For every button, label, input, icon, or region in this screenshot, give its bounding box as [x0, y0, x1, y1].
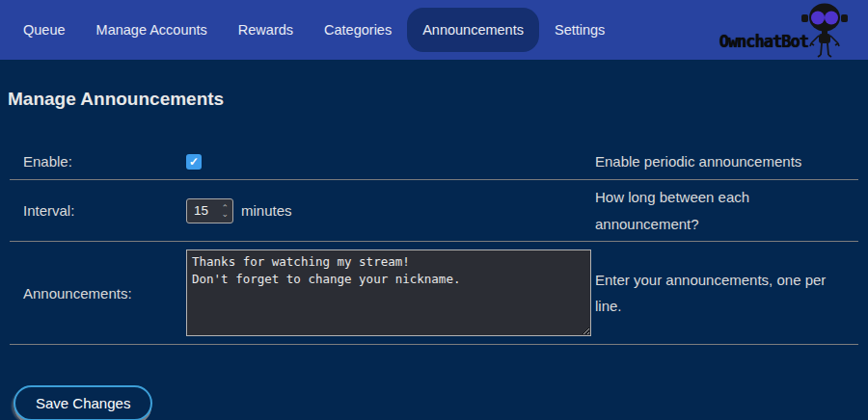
- interval-label: Interval:: [10, 202, 186, 219]
- nav-item-settings[interactable]: Settings: [539, 8, 620, 52]
- logo-wordmark: OwnchatBot: [719, 32, 808, 60]
- nav-item-manage-accounts[interactable]: Manage Accounts: [81, 8, 223, 52]
- announcements-help-text: Enter your announcements, one per line.: [595, 267, 858, 321]
- enable-checkbox[interactable]: ✓: [186, 154, 202, 170]
- form-row-enable: Enable: ✓ Enable periodic announcements: [10, 144, 858, 180]
- enable-label: Enable:: [10, 153, 186, 170]
- announcements-label: Announcements:: [10, 285, 186, 302]
- form-row-announcements: Announcements: Thanks for watching my st…: [10, 242, 858, 345]
- nav-item-rewards[interactable]: Rewards: [223, 8, 309, 52]
- enable-help-text: Enable periodic announcements: [595, 148, 858, 175]
- save-changes-button[interactable]: Save Changes: [14, 385, 152, 420]
- page-title: Manage Announcements: [8, 89, 868, 110]
- navbar: Queue Manage Accounts Rewards Categories…: [0, 0, 868, 60]
- interval-value: 15: [194, 203, 221, 218]
- checkmark-icon: ✓: [189, 155, 199, 169]
- interval-number-input[interactable]: 15 ⌃ ⌄: [186, 198, 233, 223]
- nav-item-categories[interactable]: Categories: [309, 8, 407, 52]
- number-spinner[interactable]: ⌃ ⌄: [221, 205, 232, 217]
- app-logo: OwnchatBot: [719, 0, 854, 60]
- nav-item-announcements[interactable]: Announcements: [407, 8, 539, 52]
- announcements-textarea[interactable]: Thanks for watching my stream! Don't for…: [186, 249, 591, 336]
- spinner-down-icon[interactable]: ⌄: [221, 211, 229, 217]
- form-row-interval: Interval: 15 ⌃ ⌄ minutes How long betwee…: [10, 180, 858, 243]
- announcements-form: Enable: ✓ Enable periodic announcements …: [10, 144, 858, 345]
- nav-item-queue[interactable]: Queue: [8, 8, 81, 52]
- interval-unit-label: minutes: [241, 202, 292, 219]
- interval-help-text: How long between each announcement?: [595, 184, 858, 238]
